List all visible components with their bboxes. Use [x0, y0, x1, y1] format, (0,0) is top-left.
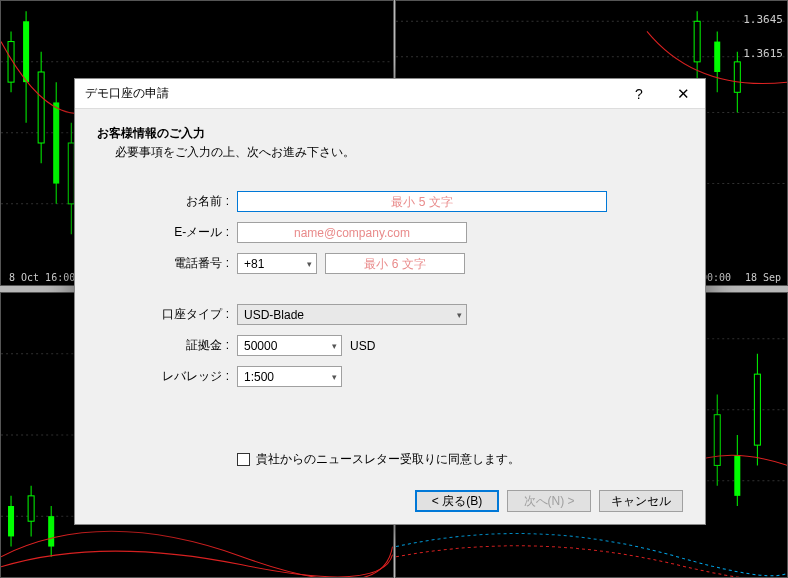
dialog-content: お客様情報のご入力 必要事項をご入力の上、次へお進み下さい。 お名前 : E-メ…: [75, 109, 705, 524]
dial-code-value: +81: [244, 257, 264, 271]
newsletter-checkbox[interactable]: [237, 453, 250, 466]
dialog-title: デモ口座の申請: [85, 85, 169, 102]
svg-rect-22: [734, 62, 740, 92]
svg-rect-42: [734, 455, 740, 496]
chevron-down-icon: ▾: [453, 310, 462, 320]
svg-rect-31: [48, 516, 54, 546]
section-subheading: 必要事項をご入力の上、次へお進み下さい。: [115, 144, 683, 161]
dialog-titlebar: デモ口座の申請 ? ✕: [75, 79, 705, 109]
newsletter-label: 貴社からのニュースレター受取りに同意します。: [256, 451, 520, 468]
svg-rect-40: [714, 415, 720, 466]
cancel-button[interactable]: キャンセル: [599, 490, 683, 512]
svg-rect-20: [714, 42, 720, 72]
leverage-value: 1:500: [244, 370, 274, 384]
back-button[interactable]: < 戻る(B): [415, 490, 499, 512]
email-input[interactable]: [237, 222, 467, 243]
chevron-down-icon: ▾: [303, 259, 312, 269]
deposit-label: 証拠金 :: [157, 337, 237, 354]
leverage-combo[interactable]: 1:500 ▾: [237, 366, 342, 387]
svg-rect-44: [754, 374, 760, 445]
leverage-label: レバレッジ :: [157, 368, 237, 385]
svg-rect-27: [8, 506, 14, 536]
chevron-down-icon: ▾: [328, 341, 337, 351]
chart-price-label: 1.3645: [743, 13, 783, 26]
account-type-label: 口座タイプ :: [157, 306, 237, 323]
email-label: E-メール :: [157, 224, 237, 241]
deposit-unit: USD: [350, 339, 375, 353]
name-label: お名前 :: [157, 193, 237, 210]
chart-time-label: 18 Sep: [745, 272, 781, 283]
next-button: 次へ(N) >: [507, 490, 591, 512]
svg-rect-18: [694, 21, 700, 62]
help-button[interactable]: ?: [617, 79, 661, 108]
svg-rect-8: [38, 72, 44, 143]
deposit-combo[interactable]: 50000 ▾: [237, 335, 342, 356]
phone-label: 電話番号 :: [157, 255, 237, 272]
phone-input[interactable]: [325, 253, 465, 274]
deposit-value: 50000: [244, 339, 277, 353]
account-type-value: USD-Blade: [244, 308, 304, 322]
svg-rect-29: [28, 496, 34, 521]
section-heading: お客様情報のご入力: [97, 125, 683, 142]
chevron-down-icon: ▾: [328, 372, 337, 382]
close-button[interactable]: ✕: [661, 79, 705, 108]
chart-time-label: 8 Oct 16:00: [9, 272, 75, 283]
name-input[interactable]: [237, 191, 607, 212]
dial-code-combo[interactable]: +81 ▾: [237, 253, 317, 274]
svg-rect-10: [53, 102, 59, 183]
demo-account-dialog: デモ口座の申請 ? ✕ お客様情報のご入力 必要事項をご入力の上、次へお進み下さ…: [74, 78, 706, 525]
account-type-combo[interactable]: USD-Blade ▾: [237, 304, 467, 325]
chart-price-label: 1.3615: [743, 47, 783, 60]
svg-rect-6: [23, 21, 29, 82]
